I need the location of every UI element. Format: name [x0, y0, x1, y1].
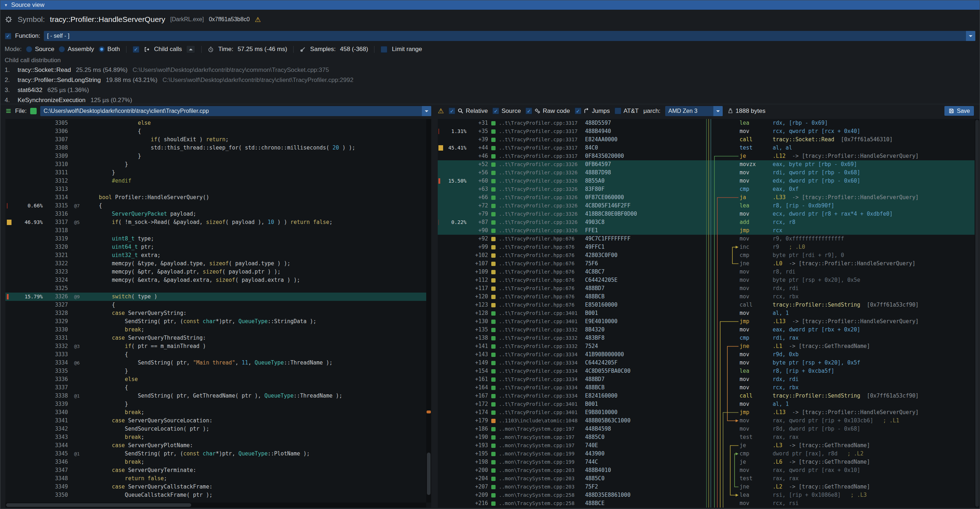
asm-row-+99[interactable]: +99..t\TracyProfiler.hpp:67649FFC1incr9 … [438, 243, 975, 251]
asm-row-+135[interactable]: +135..t\TracyProfiler.cpp:33328B4320move… [438, 326, 975, 334]
source-line-3322[interactable]: 3322memcpy( &type, &payload.type, sizeof… [5, 259, 431, 268]
child-call-entry[interactable]: 4. KeSynchronizeExecution 125 µs (0.27%) [5, 95, 975, 104]
file-combo[interactable]: C:\Users\wolf\Desktop\darkrl\contrib\tra… [40, 106, 431, 116]
collapse-icon[interactable]: ▼ [4, 3, 8, 7]
asm-row-+92[interactable]: +92..t\TracyProfiler.hpp:67649C7C1FFFFFF… [438, 235, 975, 243]
asm-row-+44[interactable]: 45.41%+44..t\TracyProfiler.cpp:331784C0t… [438, 144, 975, 152]
source-line-3317[interactable]: 46.93%3317@5if( !m_sock->Read( &payload,… [5, 218, 431, 226]
source-line-3327[interactable]: 3327{ [5, 301, 431, 309]
asm-row-+39[interactable]: +39..t\TracyProfiler.cpp:3317E824AA0000c… [438, 135, 975, 144]
radio-icon[interactable] [26, 46, 32, 52]
function-checkbox[interactable]: ✓ [5, 33, 11, 40]
raw-code-toggle[interactable]: ✓ Raw code [525, 108, 570, 115]
asm-row-+31[interactable]: +31..t\TracyProfiler.cpp:3317488D5597lea… [438, 119, 975, 127]
asm-row-+154[interactable]: +154..t\TracyProfiler.cpp:33344C8D055FBA… [438, 367, 975, 375]
source-line-3347[interactable]: 3347case ServerQueryTerminate: [5, 466, 431, 474]
asm-row-+90[interactable]: +90..t\TracyProfiler.cpp:3326FFE1jmprcx [438, 226, 975, 235]
child-call-entry[interactable]: 3. stat64i32 625 µs (1.36%) [5, 85, 975, 95]
source-line-3345[interactable]: 3345@1SendString( ptr, (const char*)ptr,… [5, 450, 431, 458]
asm-row-+128[interactable]: +128..t\TracyProfiler.cpp:3401B001moval,… [438, 309, 975, 317]
mode-radio-assembly[interactable]: Assembly [59, 46, 94, 53]
asm-row-+123[interactable]: +123..t\TracyProfiler.hpp:676E850160000c… [438, 301, 975, 309]
asm-row-+198[interactable]: +198..mon\TracySystem.cpp:199744Cje.L6 -… [438, 458, 975, 466]
att-checkbox[interactable]: ✓ [614, 108, 621, 114]
source-line-3318[interactable]: 3318 [5, 226, 431, 235]
source-line-3340[interactable]: 3340break; [5, 408, 431, 417]
asm-row-+120[interactable]: +120..t\TracyProfiler.hpp:676488BCBmovrc… [438, 293, 975, 301]
asm-row-+109[interactable]: +109..t\TracyProfiler.hpp:6764C8BC7movr8… [438, 268, 975, 276]
source-line-3330[interactable]: 3330break; [5, 326, 431, 334]
source-line-3321[interactable]: 3321uint32_t extra; [5, 251, 431, 259]
source-line-3315[interactable]: 0.66%3315@7{ [5, 202, 431, 210]
source-line-3336[interactable]: 3336else [5, 375, 431, 383]
source-line-3349[interactable]: 3349case ServerQueryCallstackFrame: [5, 483, 431, 491]
asm-row-+130[interactable]: +130..t\TracyProfiler.cpp:3401E9E4010000… [438, 317, 975, 326]
chevron-down-icon[interactable] [966, 31, 975, 41]
asm-row-+72[interactable]: +72..t\TracyProfiler.cpp:33264C8D05F146F… [438, 202, 975, 210]
source-line-3348[interactable]: 3348return false; [5, 474, 431, 483]
source-horizontal-scrollbar[interactable] [5, 503, 426, 507]
source-line-3320[interactable]: 3320uint64_t ptr; [5, 243, 431, 251]
source-line-3341[interactable]: 3341case ServerQuerySourceLocation: [5, 417, 431, 425]
mode-radio-both[interactable]: Both [99, 46, 120, 53]
asm-row-+149[interactable]: +149..t\TracyProfiler.cpp:3334C64424205F… [438, 359, 975, 367]
source-line-3342[interactable]: 3342SendSourceLocation( ptr ); [5, 425, 431, 433]
source-line-3343[interactable]: 3343break; [5, 433, 431, 441]
asm-row-+46[interactable]: +46..t\TracyProfiler.cpp:33170F843502000… [438, 152, 975, 160]
function-combo[interactable]: [ - self - ] [44, 31, 975, 41]
jumps-checkbox[interactable]: ✓ [574, 108, 581, 114]
chevron-down-icon[interactable] [713, 106, 723, 116]
asm-row-+107[interactable]: +107..t\TracyProfiler.hpp:67675F6jne.L0 … [438, 259, 975, 268]
scrollbar-thumb[interactable] [6, 503, 191, 507]
asm-row-+60[interactable]: 15.50%+60..t\TracyProfiler.cpp:33268B55A… [438, 177, 975, 185]
titlebar[interactable]: ▼ Source view [0, 0, 980, 10]
source-line-3346[interactable]: 3346break; [5, 458, 431, 466]
source-line-3312[interactable]: 3312#endif [5, 177, 431, 185]
source-line-3337[interactable]: 3337{ [5, 383, 431, 392]
limit-range-checkbox[interactable]: ✓ [380, 46, 387, 53]
source-line-3333[interactable]: 3333{ [5, 350, 431, 359]
asm-row-+207[interactable]: +207..mon\TracySystem.cpp:20375F2jne.L2 … [438, 483, 975, 491]
asm-row-+195[interactable]: +195..mon\TracySystem.cpp:199443900cmpdw… [438, 450, 975, 458]
child-calls-checkbox[interactable]: ✓ [133, 46, 140, 53]
asm-row-+204[interactable]: +204..mon\TracySystem.cpp:2034885C0testr… [438, 474, 975, 483]
asm-row-+186[interactable]: +186..mon\TracySystem.cpp:197448B4598mov… [438, 425, 975, 433]
source-line-3313[interactable]: 3313 [5, 185, 431, 193]
radio-icon[interactable] [99, 46, 105, 52]
source-vertical-scrollbar[interactable] [426, 119, 431, 503]
child-calls-expand-button[interactable] [186, 45, 195, 53]
asm-row-+117[interactable]: +117..t\TracyProfiler.hpp:676488BD7movrd… [438, 284, 975, 293]
source-line-3344[interactable]: 3344case ServerQueryPlotName: [5, 441, 431, 450]
source-line-3308[interactable]: 3308std::this_thread::sleep_for( std::ch… [5, 144, 431, 152]
source-line-3307[interactable]: 3307if( shouldExit ) return; [5, 135, 431, 144]
source-line-3316[interactable]: 3316ServerQueryPacket payload; [5, 210, 431, 218]
source-line-3311[interactable]: 3311} [5, 169, 431, 177]
source-line-3338[interactable]: 3338@1SendString( ptr, GetThreadName( pt… [5, 392, 431, 400]
chevron-down-icon[interactable] [422, 106, 431, 116]
asm-row-+164[interactable]: +164..t\TracyProfiler.cpp:3334488BCBmovr… [438, 383, 975, 392]
source-line-3329[interactable]: 3329SendString( ptr, (const char*)ptr, Q… [5, 317, 431, 326]
asm-row-+190[interactable]: +190..mon\TracySystem.cpp:1974885C0testr… [438, 433, 975, 441]
source-line-3350[interactable]: 3350QueueCallstackFrame( ptr ); [5, 491, 431, 499]
asm-row-+87[interactable]: 0.22%+87..t\TracyProfiler.cpp:33264903C8… [438, 218, 975, 226]
source-line-3326[interactable]: 15.79%3326@9switch( type ) [5, 293, 431, 301]
relative-checkbox[interactable]: ✓ [449, 108, 455, 114]
asm-row-+193[interactable]: +193..mon\TracySystem.cpp:197740Eje.L3 -… [438, 441, 975, 450]
source-line-3323[interactable]: 3323memcpy( &ptr, &payload.ptr, sizeof( … [5, 268, 431, 276]
source-line-3324[interactable]: 3324memcpy( &extra, &payload.extra, size… [5, 276, 431, 284]
asm-row-+161[interactable]: +161..t\TracyProfiler.cpp:3334488BD7movr… [438, 375, 975, 383]
scrollbar-thumb[interactable] [427, 453, 431, 495]
asm-row-+63[interactable]: +63..t\TracyProfiler.cpp:332683F80Fcmpea… [438, 185, 975, 193]
source-line-3314[interactable]: 3314bool Profiler::HandleServerQuery() [5, 193, 431, 202]
asm-row-+35[interactable]: 1.31%+35..t\TracyProfiler.cpp:3317488B49… [438, 127, 975, 135]
source-line-3309[interactable]: 3309} [5, 152, 431, 160]
window-scrollbar[interactable] [975, 119, 980, 507]
asm-row-+56[interactable]: +56..t\TracyProfiler.cpp:3326488B7D98mov… [438, 169, 975, 177]
asm-row-+200[interactable]: +200..mon\TracySystem.cpp:203488B4010mov… [438, 466, 975, 474]
asm-row-+167[interactable]: +167..t\TracyProfiler.cpp:3334E824160000… [438, 392, 975, 400]
asm-row-+172[interactable]: +172..t\TracyProfiler.cpp:3401B001moval,… [438, 400, 975, 408]
child-call-entry[interactable]: 1. tracy::Socket::Read 25.25 ms (54.89%)… [5, 65, 975, 75]
radio-icon[interactable] [59, 46, 65, 52]
source-line-3310[interactable]: 3310} [5, 160, 431, 169]
relative-toggle[interactable]: ✓ Relative [449, 108, 488, 115]
